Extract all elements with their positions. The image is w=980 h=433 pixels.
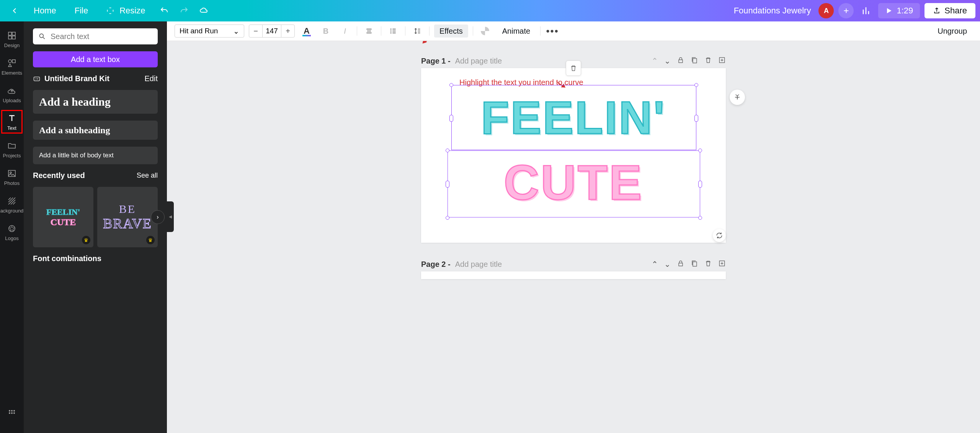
brand-kit-edit[interactable]: Edit [145,74,158,83]
brand-kit-row: Untitled Brand Kit Edit [33,74,158,83]
brand-kit-label: Untitled Brand Kit [44,74,109,83]
rail-uploads[interactable]: Uploads [0,81,24,107]
recent-card-line1: FEELIN' [46,207,80,217]
list-button[interactable] [386,25,400,38]
align-button[interactable] [362,25,376,38]
recent-item-be-brave[interactable]: BE BRAVE ♛ [97,187,158,247]
redo-icon[interactable] [174,3,194,18]
text-color-button[interactable]: A [299,25,314,38]
rail-projects[interactable]: Projects [0,136,24,162]
rail-text[interactable]: Text [0,109,24,135]
undo-icon[interactable] [154,3,174,18]
recent-item-feelin-cute[interactable]: FEELIN' CUTE ♛ [33,187,93,247]
search-input-wrap[interactable] [33,28,158,44]
rail-apps[interactable] [0,400,24,426]
animate-button[interactable]: Animate [497,25,536,38]
font-size-increase[interactable]: + [281,25,294,37]
selection-handle[interactable] [694,83,698,87]
page-1-canvas[interactable]: Highlight the text you intend to curve F… [421,68,726,243]
effects-button[interactable]: Effects [434,25,468,38]
text-cute[interactable]: CUTE [421,154,726,211]
search-icon [38,33,46,40]
page-1-controls: ⌃ ⌄ [652,56,726,66]
recently-used-header: Recently used See all [33,171,158,180]
home-button[interactable]: Home [24,3,65,18]
add-text-box-button[interactable]: Add a text box [33,51,158,67]
transparency-button[interactable] [478,25,492,38]
rail-photos[interactable]: Photos [0,164,24,190]
ungroup-button[interactable]: Ungroup [932,25,972,38]
rail-label: Logos [5,235,18,241]
add-member-icon[interactable]: + [838,3,854,18]
back-icon[interactable] [5,3,24,18]
lock-icon[interactable] [677,56,684,66]
scroll-right-icon[interactable]: › [151,210,165,224]
rotate-button[interactable] [713,229,726,242]
topbar-right: Foundations Jewelry A + 1:29 Share [734,3,975,18]
page-2-block: Page 2 - Add page title ⌃ ⌄ [421,260,726,279]
duplicate-icon[interactable] [691,56,698,66]
italic-button[interactable]: I [338,25,352,38]
rail-background[interactable]: ackground [0,191,24,217]
svg-point-14 [13,412,15,414]
context-toolbar: Hit and Run ⌄ − 147 + A B I Effects Anim… [167,21,980,41]
add-body-button[interactable]: Add a little bit of body text [33,147,158,164]
add-subheading-button[interactable]: Add a subheading [33,121,158,140]
add-page-icon[interactable] [718,260,726,269]
uploads-icon [7,85,17,96]
duplicate-icon[interactable] [691,260,698,269]
add-heading-button[interactable]: Add a heading [33,90,158,114]
share-button[interactable]: Share [924,3,975,18]
font-size-decrease[interactable]: − [249,25,262,37]
top-bar: Home File Resize Foundations Jewelry A +… [0,0,980,21]
selection-handle[interactable] [446,149,449,152]
font-name: Hit and Run [180,27,218,35]
page-1-title-input[interactable]: Add page title [455,57,647,65]
page-2-controls: ⌃ ⌄ [652,260,726,269]
see-all-link[interactable]: See all [137,172,158,180]
page-up-icon[interactable]: ⌃ [652,56,658,66]
font-family-select[interactable]: Hit and Run ⌄ [175,25,244,38]
insights-icon[interactable] [858,3,874,18]
quick-action-button[interactable] [730,90,745,105]
duration-label: 1:29 [897,6,913,16]
avatar[interactable]: A [818,3,834,18]
cloud-sync-icon[interactable] [194,3,214,18]
selection-handle[interactable] [446,216,449,220]
page-down-icon[interactable]: ⌄ [664,56,671,66]
add-page-icon[interactable] [718,56,726,66]
pro-badge-icon: ♛ [82,236,90,244]
selection-handle[interactable] [449,83,453,87]
document-title[interactable]: Foundations Jewelry [734,6,811,16]
page-up-icon[interactable]: ⌃ [652,260,658,269]
font-combinations-label: Font combinations [33,254,101,263]
svg-point-12 [9,412,10,414]
page-down-icon[interactable]: ⌄ [664,260,671,269]
rail-label: Uploads [3,98,21,103]
search-input[interactable] [51,32,152,41]
trash-icon[interactable] [704,260,712,269]
font-size-input[interactable]: 147 [262,25,281,37]
present-button[interactable]: 1:29 [878,3,920,18]
resize-button[interactable]: Resize [97,3,154,18]
rail-design[interactable]: Design [0,26,24,52]
page-2-title-input[interactable]: Add page title [455,260,647,269]
spacing-button[interactable] [410,25,425,38]
collapse-panel-icon[interactable]: ◂ [167,201,174,232]
lock-icon[interactable] [677,260,684,269]
recent-card-line1: BE [119,203,136,216]
trash-icon[interactable] [704,56,712,66]
apps-icon [7,408,17,418]
delete-element-button[interactable] [566,60,581,76]
page-2-canvas[interactable] [421,271,726,279]
text-feelin[interactable]: FEELIN' [421,91,726,144]
color-swatch [302,35,311,36]
file-button[interactable]: File [65,3,97,18]
bold-button[interactable]: B [318,25,333,38]
selection-handle[interactable] [698,216,702,220]
rail-elements[interactable]: Elements [0,54,24,80]
nav-rail: Design Elements Uploads Text Projects Ph… [0,21,24,433]
more-icon[interactable]: ••• [545,25,560,38]
selection-handle[interactable] [698,149,702,152]
rail-logos[interactable]: Logos [0,219,24,245]
